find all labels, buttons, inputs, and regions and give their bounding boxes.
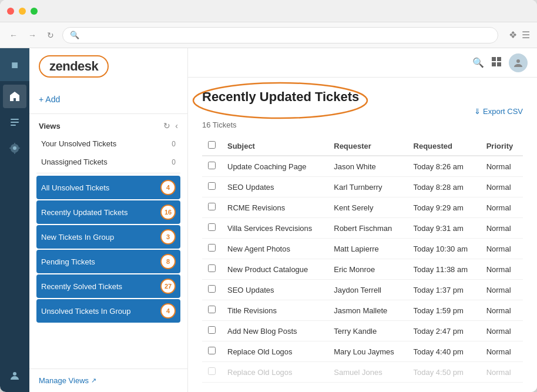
search-toolbar-button[interactable]: 🔍 xyxy=(472,57,484,68)
view-badge-recently-solved: 27 xyxy=(160,279,176,294)
icon-rail: ■ xyxy=(0,48,29,392)
external-link-icon: ↗ xyxy=(91,377,96,384)
sidebar-view-unsolved-in-group[interactable]: Unsolved Tickets In Group 4 xyxy=(36,299,180,323)
back-button[interactable]: ← xyxy=(7,28,20,42)
app-window: ← → ↻ 🔍 ❖ ☰ ■ xyxy=(0,0,537,392)
row-requested: Today 10:30 am xyxy=(408,239,481,259)
col-header-requester: Requester xyxy=(328,136,407,156)
row-checkbox[interactable] xyxy=(208,306,216,313)
rail-icon-user[interactable] xyxy=(3,364,26,387)
row-subject: Replace Old Logos xyxy=(221,362,328,383)
row-checkbox[interactable] xyxy=(208,182,216,190)
search-icon: 🔍 xyxy=(70,31,79,39)
svg-rect-6 xyxy=(497,57,501,61)
views-title: Views xyxy=(39,122,61,130)
sidebar-view-new-in-group[interactable]: New Tickets In Group 3 xyxy=(36,225,180,249)
svg-point-4 xyxy=(13,372,16,376)
menu-icon[interactable]: ☰ xyxy=(522,29,530,41)
close-button[interactable] xyxy=(7,8,14,15)
row-requester: Terry Kandle xyxy=(328,321,407,341)
table-header-row: Subject Requester Requested Priority xyxy=(202,136,523,156)
row-checkbox[interactable] xyxy=(208,162,216,169)
zendesk-rail-logo: ■ xyxy=(11,58,18,72)
sidebar-row-unassigned[interactable]: Unassigned Tickets 0 xyxy=(36,153,180,170)
sidebar-footer: Manage Views ↗ xyxy=(29,368,187,392)
row-priority: Normal xyxy=(481,156,523,177)
row-checkbox[interactable] xyxy=(208,264,216,272)
rail-icon-home[interactable] xyxy=(3,85,26,108)
titlebar xyxy=(0,0,537,22)
refresh-views-button[interactable]: ↻ xyxy=(163,121,170,130)
row-subject: SEO Updates xyxy=(221,280,328,300)
row-requested: Today 8:28 am xyxy=(408,177,481,197)
export-csv-button[interactable]: ⇓ Export CSV xyxy=(474,107,523,116)
row-requested: Today 4:40 pm xyxy=(408,341,481,362)
sidebar-header: + Add xyxy=(29,85,187,114)
row-priority: Normal xyxy=(481,197,523,218)
sidebar-row-your-unsolved[interactable]: Your Unsolved Tickets 0 xyxy=(36,135,180,152)
select-all-checkbox[interactable] xyxy=(208,141,216,149)
view-badge-pending: 8 xyxy=(160,254,176,269)
row-subject: New Agent Photos xyxy=(221,239,328,259)
pocket-icon[interactable]: ❖ xyxy=(509,29,517,41)
row-requested: Today 8:26 am xyxy=(408,156,481,177)
manage-views-link[interactable]: Manage Views ↗ xyxy=(39,376,178,385)
row-priority: Normal xyxy=(481,177,523,197)
table-row: New Product Catalogue Eric Monroe Today … xyxy=(202,259,523,280)
row-checkbox[interactable] xyxy=(208,244,216,252)
sidebar-view-pending[interactable]: Pending Tickets 8 xyxy=(36,250,180,273)
row-requested: Today 1:59 pm xyxy=(408,300,481,321)
row-priority: Normal xyxy=(481,218,523,239)
table-row: Villa Services Revcisions Robert Fischma… xyxy=(202,218,523,239)
table-row: RCME Revisions Kent Serely Today 9:29 am… xyxy=(202,197,523,218)
row-check-cell xyxy=(202,300,221,321)
row-check-cell xyxy=(202,197,221,218)
row-checkbox[interactable] xyxy=(208,203,216,210)
rail-icon-settings[interactable] xyxy=(3,136,26,160)
row-checkbox[interactable] xyxy=(208,285,216,293)
row-checkbox[interactable] xyxy=(208,326,216,334)
maximize-button[interactable] xyxy=(31,8,38,15)
view-badge-unsolved-in-group: 4 xyxy=(160,303,176,319)
svg-rect-8 xyxy=(497,62,501,66)
row-priority: Normal xyxy=(481,280,523,300)
browser-actions: ❖ ☰ xyxy=(509,29,530,41)
download-icon: ⇓ xyxy=(474,107,481,116)
divider xyxy=(36,173,180,173)
minimize-button[interactable] xyxy=(19,8,26,15)
row-checkbox[interactable] xyxy=(208,223,216,231)
grid-view-button[interactable] xyxy=(491,56,502,69)
collapse-views-button[interactable]: ‹ xyxy=(175,121,178,130)
rail-icon-tickets[interactable] xyxy=(3,110,26,134)
row-priority: Normal xyxy=(481,341,523,362)
sidebar-view-recently-solved[interactable]: Recently Solved Tickets 27 xyxy=(36,274,180,298)
svg-rect-0 xyxy=(11,119,19,120)
address-bar: 🔍 xyxy=(62,27,498,43)
reload-button[interactable]: ↻ xyxy=(45,28,56,42)
view-badge-recently-updated: 16 xyxy=(160,205,176,220)
table-row: Update Coaching Page Jason White Today 8… xyxy=(202,156,523,177)
sidebar-view-recently-updated[interactable]: Recently Updated Tickets 16 xyxy=(36,200,180,224)
row-checkbox[interactable] xyxy=(208,347,216,354)
row-requested: Today 9:29 am xyxy=(408,197,481,218)
table-row: Replace Old Logos Mary Lou Jaymes Today … xyxy=(202,341,523,362)
add-button[interactable]: + Add xyxy=(39,95,60,104)
row-requester: Mary Lou Jaymes xyxy=(328,341,407,362)
row-priority: Normal xyxy=(481,300,523,321)
forward-button[interactable]: → xyxy=(26,28,39,42)
zendesk-logo-area: zendesk xyxy=(29,48,187,85)
row-requester: Jasmon Mallete xyxy=(328,300,407,321)
sidebar-items: Your Unsolved Tickets 0 Unassigned Ticke… xyxy=(29,135,187,368)
row-priority: Normal xyxy=(481,362,523,383)
row-priority: Normal xyxy=(481,321,523,341)
page-title-section: Recently Updated Tickets xyxy=(202,89,523,105)
row-checkbox[interactable] xyxy=(208,367,216,375)
row-requester: Kent Serely xyxy=(328,197,407,218)
row-check-cell xyxy=(202,259,221,280)
view-badge-all-unsolved: 4 xyxy=(160,180,176,195)
row-requested: Today 4:50 pm xyxy=(408,362,481,383)
sidebar-view-all-unsolved[interactable]: All Unsolved Tickets 4 xyxy=(36,176,180,199)
row-requester: Matt Lapierre xyxy=(328,239,407,259)
row-requester: Jaydon Terrell xyxy=(328,280,407,300)
user-avatar[interactable] xyxy=(509,53,528,72)
